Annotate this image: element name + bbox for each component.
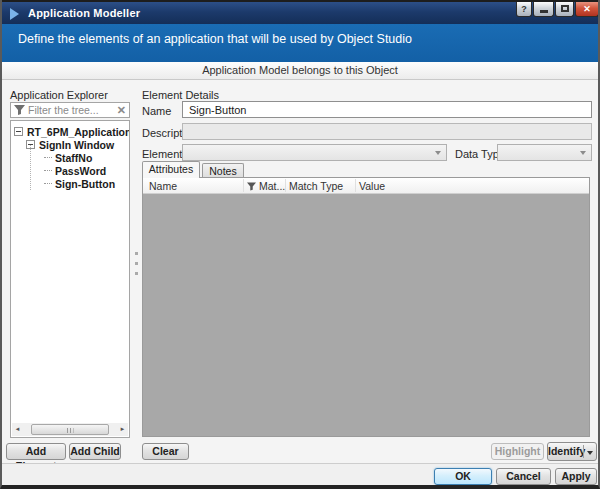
identify-button[interactable]: Identify [547,442,597,461]
apply-button[interactable]: Apply [555,468,597,485]
attributes-table-header[interactable]: Name Mat... Match Type Value [143,178,589,194]
element-details-label: Element Details [142,89,219,101]
filter-funnel-icon [14,105,25,115]
tree-connector [44,170,52,171]
minimize-glyph [540,10,548,13]
tree-item-sign-button[interactable]: Sign-Button [11,177,129,190]
title-bar[interactable]: Application Modeller ? ✕ [2,0,598,24]
chevron-down-icon [580,151,586,155]
column-filter-icon[interactable] [247,182,256,191]
help-icon[interactable]: ? [516,2,532,17]
tree-connector [44,183,52,184]
identify-separator [583,445,584,458]
collapse-icon[interactable] [14,127,23,136]
tree-item-root[interactable]: RT_6PM_ApplicationModuler [11,125,129,138]
tree-guide-line [30,145,31,190]
subheader-text: Application Model belongs to this Object [202,64,398,76]
tree-item-label: Sign-Button [55,178,115,190]
tree-item-password[interactable]: PassWord [11,164,129,177]
scrollbar-thumb[interactable] [31,424,109,435]
filter-tree-input[interactable] [25,104,117,116]
panel-splitter[interactable] [132,80,140,463]
description-field [182,123,592,140]
element-type-dropdown [182,144,447,161]
chevron-down-icon [435,151,441,155]
scrollbar-grip-icon [67,428,74,433]
tree-connector [44,157,52,158]
identify-label: Identify [548,445,585,457]
tree-item-label: StaffNo [55,152,92,164]
attributes-table[interactable]: Name Mat... Match Type Value [142,177,590,437]
window-title: Application Modeller [28,7,140,19]
data-type-dropdown [497,144,592,161]
maximize-glyph [561,5,569,12]
column-header-name[interactable]: Name [149,180,177,192]
tree-item-label: SignIn Window [39,139,114,151]
banner: Define the elements of an application th… [2,24,598,62]
explorer-title: Application Explorer [10,89,108,101]
tab-attributes[interactable]: Attributes [142,161,200,178]
name-label: Name [142,105,171,117]
chevron-down-icon[interactable] [587,451,593,455]
filter-tree-box[interactable]: ✕ [10,102,130,118]
tab-notes[interactable]: Notes [202,163,244,178]
scroll-right-icon[interactable]: ► [117,423,128,436]
application-modeller-window: Application Modeller ? ✕ Define the elem… [0,0,600,489]
tree-item-window[interactable]: SignIn Window [11,138,129,151]
name-field[interactable]: Sign-Button [182,101,592,118]
banner-text: Define the elements of an application th… [18,32,412,46]
clear-button[interactable]: Clear [142,443,189,460]
column-header-mat[interactable]: Mat... [259,180,285,192]
scrollbar-track[interactable] [23,423,117,436]
attributes-table-body [143,194,589,437]
tree-item-label: RT_6PM_ApplicationModuler [27,126,130,138]
column-header-value[interactable]: Value [359,180,385,192]
maximize-icon[interactable] [555,2,574,17]
footer-bar: OK Cancel Apply [2,463,598,485]
application-tree[interactable]: RT_6PM_ApplicationModuler SignIn Window … [10,120,130,438]
clear-filter-icon[interactable]: ✕ [117,105,126,116]
app-icon [10,8,19,20]
tree-item-staffno[interactable]: StaffNo [11,151,129,164]
add-child-button[interactable]: Add Child [69,443,121,460]
scroll-left-icon[interactable]: ◄ [12,423,23,436]
close-icon[interactable]: ✕ [575,2,599,17]
column-header-match-type[interactable]: Match Type [289,180,343,192]
cancel-button[interactable]: Cancel [496,468,551,485]
add-element-button[interactable]: Add Element [6,443,66,460]
highlight-button: Highlight [491,443,544,460]
subheader: Application Model belongs to this Object [2,62,598,80]
minimize-icon[interactable] [533,2,554,17]
main-area: Application Explorer ✕ RT_6PM_Applicatio… [2,80,598,463]
ok-button[interactable]: OK [434,468,492,485]
tree-horizontal-scrollbar[interactable]: ◄ ► [12,423,128,436]
tree-item-label: PassWord [55,165,106,177]
